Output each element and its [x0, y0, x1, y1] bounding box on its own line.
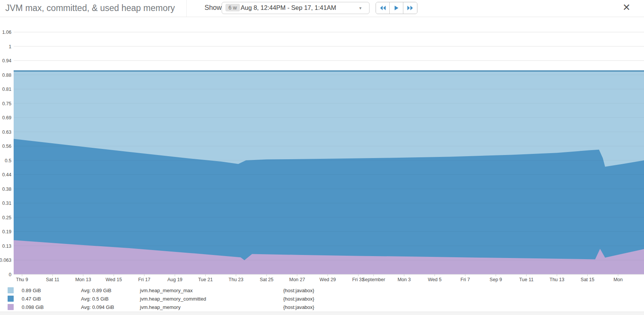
x-axis-label: September — [362, 277, 385, 282]
x-axis-label: Tue 11 — [519, 277, 534, 282]
y-axis-label: 0.31 — [2, 201, 11, 206]
legend-row-heap-memory-committed[interactable]: 0.47 GiB Avg: 0.5 GiB jvm.heap_memory_co… — [0, 294, 644, 303]
x-axis-label: Wed 5 — [428, 277, 441, 282]
legend-row-heap-memory-max[interactable]: 0.89 GiB Avg: 0.89 GiB jvm.heap_memory_m… — [0, 286, 644, 294]
x-axis-label: Sat 15 — [581, 277, 594, 282]
y-axis-label: 0.63 — [2, 130, 11, 135]
legend-current-value: 0.89 GiB — [22, 288, 41, 293]
show-label: Show — [205, 4, 222, 12]
legend-row-heap-memory[interactable]: 0.098 GiB Avg: 0.094 GiB jvm.heap_memory… — [0, 303, 644, 311]
x-axis-label: Sat 25 — [260, 277, 273, 282]
legend-current-value: 0.098 GiB — [22, 304, 44, 310]
legend-metric-name[interactable]: jvm.heap_memory_committed — [140, 296, 206, 302]
timeframe-range-text: Aug 8, 12:44PM - Sep 17, 1:41AM — [241, 4, 336, 11]
y-axis-label: 1.06 — [2, 30, 11, 35]
legend-avg-value: Avg: 0.094 GiB — [81, 304, 114, 310]
close-button[interactable]: ✕ — [620, 1, 633, 13]
y-axis-label: 0 — [9, 272, 11, 277]
skip-back-icon — [379, 5, 386, 11]
x-axis-label: Aug 19 — [167, 277, 182, 282]
heap-memory-widget: JVM max, committed, & used heap memory S… — [0, 0, 644, 315]
y-axis-label: 0.81 — [2, 87, 11, 92]
legend-color-swatch[interactable] — [8, 287, 14, 293]
x-axis-label: Fri 17 — [138, 277, 151, 282]
nav-forward-button[interactable] — [403, 2, 417, 14]
y-axis-label: 1 — [9, 44, 11, 49]
x-axis-label: Wed 15 — [106, 277, 122, 282]
chart-title: JVM max, committed, & used heap memory — [5, 3, 175, 13]
nav-play-button[interactable] — [390, 2, 403, 14]
legend-color-swatch[interactable] — [8, 304, 14, 310]
skip-forward-icon — [407, 5, 414, 11]
legend-scope-tag: {host:javabox} — [283, 288, 314, 293]
legend-avg-value: Avg: 0.5 GiB — [81, 296, 109, 302]
x-axis-label: Sep 9 — [490, 277, 502, 282]
y-axis-label: 0.88 — [2, 73, 11, 78]
x-axis-label: Tue 21 — [198, 277, 213, 282]
y-axis-label: 0.5 — [5, 158, 11, 163]
panel-bottom-edge — [0, 312, 644, 315]
heap-memory-chart[interactable]: 00.0630.130.190.250.310.380.440.50.560.6… — [0, 17, 644, 283]
legend-metric-name[interactable]: jvm.heap_memory — [140, 304, 181, 310]
chevron-down-icon: ▼ — [358, 6, 362, 10]
widget-header: JVM max, committed, & used heap memory S… — [0, 0, 644, 17]
nav-back-button[interactable] — [376, 2, 390, 14]
legend-scope-tag: {host:javabox} — [283, 304, 314, 310]
timeframe-badge: 6 w — [225, 4, 240, 11]
x-axis-label: Mon — [614, 277, 623, 282]
x-axis-label: Thu 13 — [550, 277, 565, 282]
play-icon — [394, 5, 399, 11]
x-axis-label: Fri 7 — [460, 277, 470, 282]
y-axis-label: 0.94 — [2, 58, 11, 63]
x-axis-label: Sat 11 — [46, 277, 59, 282]
y-axis-label: 0.25 — [2, 215, 11, 220]
x-axis-label: Thu 23 — [228, 277, 243, 282]
y-axis-label: 0.56 — [2, 144, 11, 149]
legend-scope-tag: {host:javabox} — [283, 296, 314, 302]
x-axis-label: Thu 9 — [16, 277, 28, 282]
legend-metric-name[interactable]: jvm.heap_memory_max — [140, 288, 193, 293]
y-axis-label: 0.44 — [2, 172, 11, 177]
x-axis-label: Mon 3 — [398, 277, 411, 282]
x-axis-label: Wed 29 — [320, 277, 336, 282]
time-nav-group — [376, 2, 417, 14]
y-axis-label: 0.38 — [2, 187, 11, 192]
close-icon: ✕ — [623, 2, 631, 13]
header-divider — [186, 0, 187, 17]
timeframe-select[interactable]: 6 w Aug 8, 12:44PM - Sep 17, 1:41AM ▼ — [222, 2, 370, 14]
y-axis-label: 0.19 — [2, 229, 11, 234]
y-axis-label: 0.75 — [2, 101, 11, 106]
legend-color-swatch[interactable] — [8, 296, 14, 302]
y-axis-label: 0.063 — [0, 258, 11, 263]
y-axis-label: 0.69 — [2, 115, 11, 120]
legend-current-value: 0.47 GiB — [22, 296, 41, 302]
x-axis-label: Mon 27 — [289, 277, 305, 282]
legend-avg-value: Avg: 0.89 GiB — [81, 288, 111, 293]
y-axis-label: 0.13 — [2, 244, 11, 249]
x-axis-label: Mon 13 — [75, 277, 91, 282]
